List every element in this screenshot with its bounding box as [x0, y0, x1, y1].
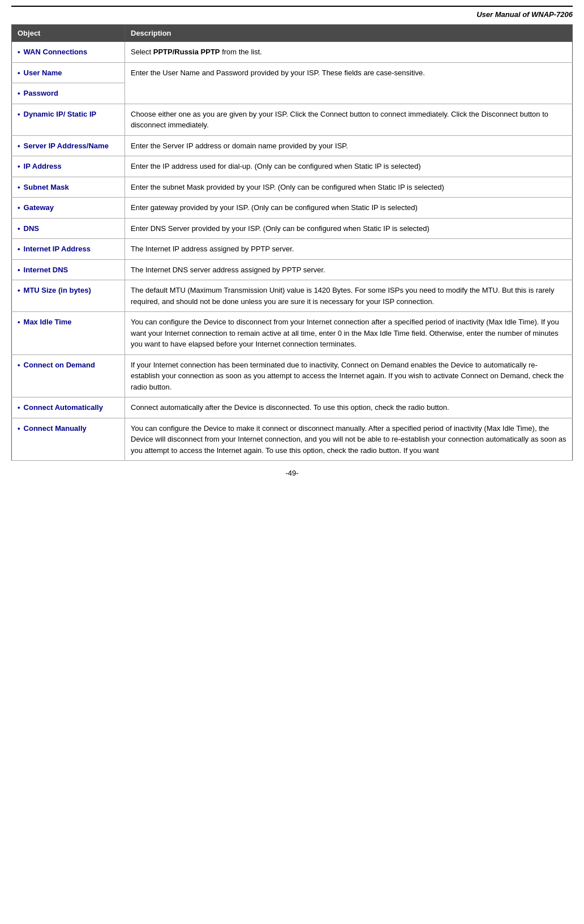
table-cell-description: Enter gateway provided by your ISP. (Onl… [125, 198, 573, 219]
table-cell-description: You can configure the Device to make it … [125, 418, 573, 461]
bullet-icon: • [18, 285, 20, 296]
table-cell-description: Enter the subnet Mask provided by your I… [125, 177, 573, 198]
page-title: User Manual of WNAP-7206 [476, 10, 573, 19]
table-cell-object: •Connect Automatically [12, 397, 125, 418]
page-footer: -49- [11, 469, 573, 477]
bullet-icon: • [18, 182, 20, 193]
bullet-icon: • [18, 109, 20, 120]
table-row: •Internet DNSThe Internet DNS server add… [12, 259, 573, 280]
bullet-icon: • [18, 316, 20, 328]
table-row: •Subnet MaskEnter the subnet Mask provid… [12, 177, 573, 198]
table-cell-object: •Dynamic IP/ Static IP [12, 104, 125, 135]
main-table: Object Description •WAN ConnectionsSelec… [11, 24, 573, 461]
table-cell-description: The default MTU (Maximum Transmission Un… [125, 280, 573, 312]
bullet-icon: • [18, 264, 20, 276]
table-row: •User NameEnter the User Name and Passwo… [12, 62, 573, 83]
bullet-icon: • [18, 360, 20, 371]
bullet-icon: • [18, 46, 20, 58]
table-row: •Connect on DemandIf your Internet conne… [12, 354, 573, 397]
table-cell-description: The Internet IP address assigned by PPTP… [125, 239, 573, 260]
table-cell-description: You can configure the Device to disconne… [125, 312, 573, 355]
table-row: •Server IP Address/NameEnter the Server … [12, 135, 573, 156]
table-cell-description: Enter the Server IP address or domain na… [125, 135, 573, 156]
table-cell-description: Enter the User Name and Password provide… [125, 62, 573, 104]
table-cell-object: •Internet IP Address [12, 239, 125, 260]
page-number: -49- [285, 469, 298, 477]
table-cell-object: •DNS [12, 218, 125, 239]
bullet-icon: • [18, 140, 20, 152]
table-row: •GatewayEnter gateway provided by your I… [12, 198, 573, 219]
table-row: •Connect ManuallyYou can configure the D… [12, 418, 573, 461]
table-cell-object: •Server IP Address/Name [12, 135, 125, 156]
table-row: •Max Idle TimeYou can configure the Devi… [12, 312, 573, 355]
bullet-icon: • [18, 202, 20, 213]
table-row: •Internet IP AddressThe Internet IP addr… [12, 239, 573, 260]
table-row: •Connect AutomaticallyConnect automatica… [12, 397, 573, 418]
table-cell-object: •Max Idle Time [12, 312, 125, 355]
col2-header: Description [125, 25, 573, 42]
table-row: •WAN ConnectionsSelect PPTP/Russia PPTP … [12, 42, 573, 63]
table-cell-object: •Connect on Demand [12, 354, 125, 397]
table-cell-object: •User Name [12, 62, 125, 83]
table-cell-object: •Subnet Mask [12, 177, 125, 198]
table-cell-object: •Connect Manually [12, 418, 125, 461]
table-row: •DNSEnter DNS Server provided by your IS… [12, 218, 573, 239]
table-cell-description: Connect automatically after the Device i… [125, 397, 573, 418]
bullet-icon: • [18, 402, 20, 413]
page-header: User Manual of WNAP-7206 [11, 6, 573, 19]
table-row: •IP AddressEnter the IP address used for… [12, 156, 573, 177]
col1-header: Object [12, 25, 125, 42]
bullet-icon: • [18, 161, 20, 172]
bullet-icon: • [18, 67, 20, 79]
table-cell-object: •IP Address [12, 156, 125, 177]
table-cell-object: •Gateway [12, 198, 125, 219]
table-cell-object: •Internet DNS [12, 259, 125, 280]
table-row: •Dynamic IP/ Static IPChoose either one … [12, 104, 573, 135]
table-cell-description: Select PPTP/Russia PPTP from the list. [125, 42, 573, 63]
bullet-icon: • [18, 423, 20, 434]
table-cell-object: •Password [12, 83, 125, 104]
bullet-icon: • [18, 243, 20, 255]
table-cell-description: Enter the IP address used for dial-up. (… [125, 156, 573, 177]
bullet-icon: • [18, 223, 20, 234]
table-cell-description: The Internet DNS server address assigned… [125, 259, 573, 280]
table-cell-object: •MTU Size (in bytes) [12, 280, 125, 312]
table-cell-object: •WAN Connections [12, 42, 125, 63]
table-cell-description: Choose either one as you are given by yo… [125, 104, 573, 135]
table-cell-description: If your Internet connection has been ter… [125, 354, 573, 397]
table-row: •MTU Size (in bytes)The default MTU (Max… [12, 280, 573, 312]
table-cell-description: Enter DNS Server provided by your ISP. (… [125, 218, 573, 239]
